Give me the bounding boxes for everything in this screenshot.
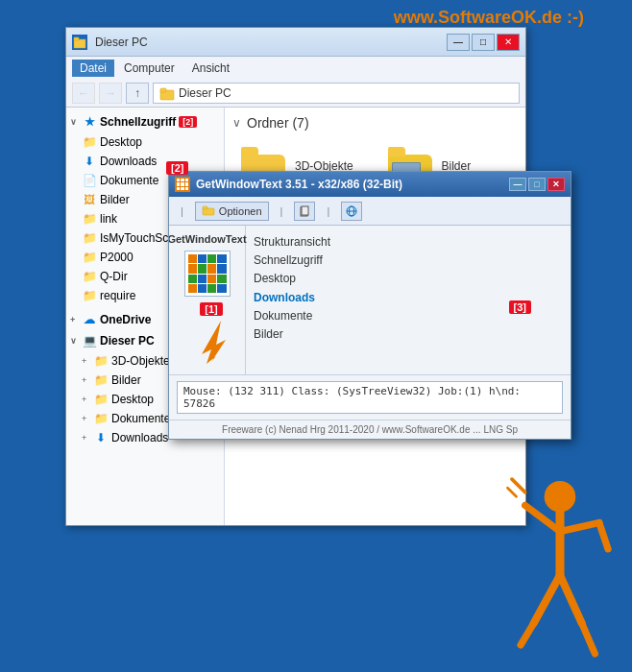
text-line-0: Strukturansicht	[254, 233, 563, 252]
sidebar-label-bilder2: Bilder	[111, 373, 141, 387]
sidebar-label-p2000: P2000	[100, 251, 134, 264]
expand-schnellzugriff: ∨	[70, 117, 82, 127]
svg-line-20	[512, 479, 525, 492]
menu-datei[interactable]: Datei	[72, 60, 114, 77]
up-button[interactable]: ↑	[126, 83, 149, 104]
sidebar-label-touch: IsMyTouchScre	[100, 231, 179, 245]
forward-button[interactable]: →	[99, 83, 122, 104]
annotation-1: [1]	[192, 302, 231, 364]
schnellzugriff-label: Schnellzugriff	[100, 115, 176, 129]
orange-character	[502, 470, 618, 662]
menu-bar: Datei Computer Ansicht	[66, 57, 525, 80]
3dobjekte-icon: 📁	[93, 353, 109, 369]
svg-line-15	[599, 523, 608, 549]
arrow-1-icon	[192, 316, 231, 364]
gwt-maximize[interactable]: □	[528, 178, 546, 191]
gwt-app-icon-grid	[184, 251, 231, 297]
svg-line-18	[560, 575, 582, 623]
section-title: Ordner (7)	[247, 115, 309, 131]
copy-button[interactable]	[294, 202, 315, 221]
sidebar-label-link: link	[100, 212, 117, 226]
sidebar-label-3dobjekte: 3D-Objekte	[111, 354, 170, 368]
maximize-button[interactable]: □	[472, 34, 495, 51]
gwt-toolbar: | Optionen | |	[169, 197, 571, 226]
ribbon: Datei Computer Ansicht ← → ↑ Dieser PC	[66, 57, 525, 108]
bilder2-icon: 📁	[93, 372, 109, 388]
computer-icon: 💻	[82, 333, 97, 348]
p2000-folder-icon: 📁	[82, 250, 97, 265]
gwt-titlebar: GetWindowText 3.51 - x32/x86 (32-Bit) — …	[169, 172, 571, 197]
optionen-label: Optionen	[219, 205, 262, 217]
optionen-icon	[202, 204, 215, 218]
schnellzugriff-badge: [2]	[179, 116, 197, 128]
cloud-icon: ☁	[82, 312, 97, 327]
dokumente-folder-icon: 📄	[82, 173, 97, 188]
gwt-minimize[interactable]: —	[509, 178, 526, 191]
svg-line-21	[507, 488, 516, 496]
sidebar-item-downloads[interactable]: ⬇ Downloads	[66, 152, 224, 171]
gwt-app-icon	[175, 177, 190, 192]
text-line-5: Bilder	[254, 325, 563, 344]
svg-line-16	[534, 575, 560, 623]
address-text: Dieser PC	[179, 86, 231, 100]
label-3-text: [3]	[509, 300, 531, 314]
dokumente2-icon: 📁	[93, 411, 109, 426]
sidebar-label-dokumente: Dokumente	[100, 174, 158, 187]
address-bar[interactable]: Dieser PC	[153, 83, 520, 104]
link-folder-icon: 📁	[82, 211, 97, 227]
toolbar-separator1: |	[177, 205, 187, 217]
title-controls: — □ ✕	[447, 34, 520, 51]
sidebar-label-bilder: Bilder	[100, 193, 130, 206]
star-icon: ★	[82, 114, 97, 130]
section-header: ∨ Ordner (7)	[232, 115, 518, 131]
folder-icon: 📁	[82, 134, 97, 150]
minimize-button[interactable]: —	[447, 34, 470, 51]
web-icon	[346, 205, 357, 217]
close-button[interactable]: ✕	[497, 34, 520, 51]
onedrive-label: OneDrive	[100, 313, 151, 326]
bilder-folder-icon: 🖼	[82, 192, 97, 207]
svg-line-14	[560, 523, 599, 532]
chevron-icon: ∨	[232, 116, 241, 130]
gwt-close[interactable]: ✕	[547, 178, 565, 191]
explorer-title-text: Dieser PC	[91, 36, 447, 49]
sidebar-label-downloads2: Downloads	[111, 431, 168, 444]
annotation-3: [3]	[509, 298, 531, 315]
sidebar-label-require: require	[100, 289, 135, 302]
sidebar-label-desktop2: Desktop	[111, 393, 154, 406]
svg-rect-7	[302, 206, 308, 215]
require-folder-icon: 📁	[82, 288, 97, 303]
svg-rect-3	[160, 88, 166, 92]
svg-rect-5	[203, 206, 207, 209]
explorer-titlebar: Dieser PC — □ ✕	[66, 28, 525, 57]
menu-ansicht[interactable]: Ansicht	[184, 60, 237, 77]
sidebar-item-desktop[interactable]: 📁 Desktop	[66, 132, 224, 152]
gwt-title-text: GetWindowText 3.51 - x32/x86 (32-Bit)	[196, 178, 402, 191]
label-2-text: [2]	[166, 161, 188, 175]
toolbar: ← → ↑ Dieser PC	[66, 80, 525, 107]
svg-line-19	[582, 623, 596, 654]
sidebar-label-qdir: Q-Dir	[100, 270, 128, 283]
download-icon: ⬇	[82, 154, 97, 169]
text-line-2: Desktop	[254, 270, 563, 288]
downloads2-icon: ⬇	[93, 430, 109, 445]
watermark-top: www.SoftwareOK.de :-)	[394, 8, 584, 28]
gwt-status-bar: Mouse: (132 311) Class: (SysTreeView32) …	[177, 381, 563, 414]
back-button[interactable]: ←	[72, 83, 95, 104]
sidebar-label-desktop: Desktop	[100, 135, 142, 149]
touch-folder-icon: 📁	[82, 230, 97, 246]
svg-line-17	[521, 623, 534, 645]
schnellzugriff-section[interactable]: ∨ ★ Schnellzugriff [2]	[66, 111, 224, 132]
gwt-footer: Freeware (c) Nenad Hrg 2011-2020 / www.S…	[169, 420, 571, 439]
label-2-badge: [2]	[166, 158, 188, 176]
sidebar-label-downloads: Downloads	[100, 155, 157, 168]
optionen-button[interactable]: Optionen	[195, 202, 269, 221]
web-button[interactable]	[341, 202, 362, 221]
menu-computer[interactable]: Computer	[116, 60, 182, 77]
copy-icon	[299, 205, 310, 217]
label-1-text: [1]	[200, 302, 222, 316]
dieser-pc-label: Dieser PC	[100, 334, 155, 348]
sidebar-label-dokumente2: Dokumente	[111, 412, 170, 425]
toolbar-separator2: |	[277, 205, 287, 217]
desktop2-icon: 📁	[93, 392, 109, 407]
